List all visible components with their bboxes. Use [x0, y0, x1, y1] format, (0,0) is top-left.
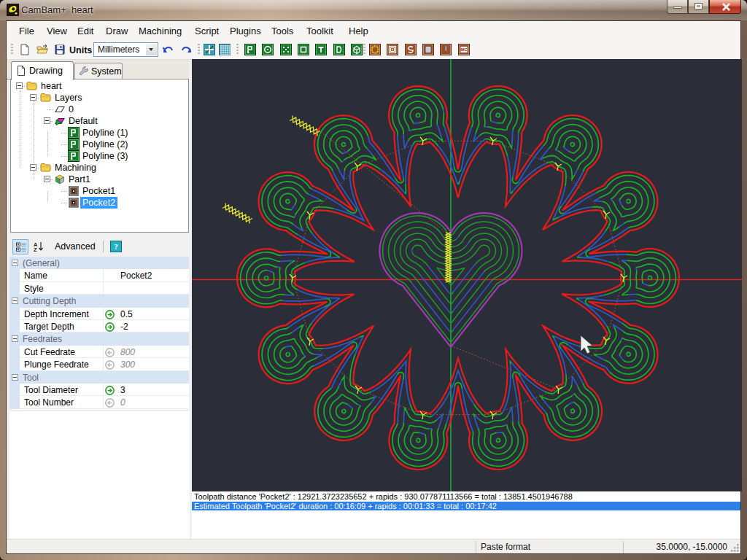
svg-text:?: ? — [114, 242, 118, 251]
svg-text:Z: Z — [34, 246, 37, 252]
svg-text:MC: MC — [460, 47, 468, 52]
